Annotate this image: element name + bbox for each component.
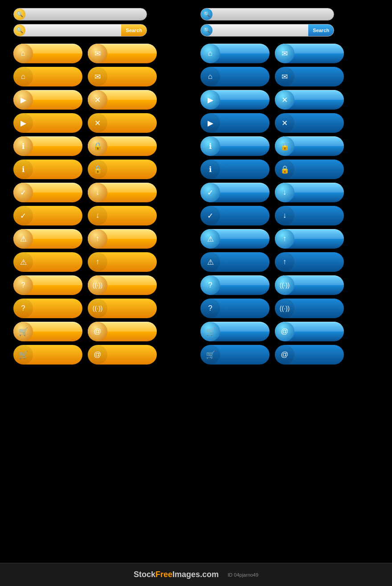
blue-search-section: 🔍 🔍 Search: [200, 8, 379, 37]
mail-icon: ✉: [275, 67, 294, 86]
blue-warning-btn-raised[interactable]: ⚠: [200, 229, 270, 249]
blue-search-bar-flat[interactable]: 🔍 Search: [200, 24, 334, 37]
blue-search-bar-raised[interactable]: 🔍: [200, 8, 334, 20]
yellow-info-btn-raised[interactable]: ℹ: [13, 136, 82, 156]
yellow-arrowup-btn-raised[interactable]: ↑: [88, 229, 157, 249]
blue-search-input-flat[interactable]: [212, 25, 308, 36]
lock-icon: 🔒: [275, 136, 294, 156]
blue-lock-btn-raised[interactable]: 🔒: [275, 136, 344, 156]
yellow-close-btn-flat[interactable]: ✕: [88, 113, 157, 133]
yellow-search-button[interactable]: Search: [121, 25, 147, 36]
yellow-close-btn-raised[interactable]: ✕: [88, 90, 157, 110]
yellow-at-btn-flat[interactable]: @: [88, 345, 157, 365]
blue-at-btn-flat[interactable]: @: [275, 345, 344, 365]
blue-question-btn-raised[interactable]: ?: [200, 275, 270, 295]
blue-row-8: ✓ ↓: [200, 206, 379, 225]
blue-play-btn-raised[interactable]: ▶: [200, 90, 270, 110]
blue-column: 🔍 🔍 Search ⌂ ✉ ⌂: [200, 8, 379, 558]
blue-row-3: ▶ ✕: [200, 90, 379, 110]
blue-at-btn-raised[interactable]: @: [275, 322, 344, 341]
blue-check-btn-flat[interactable]: ✓: [200, 206, 270, 225]
yellow-cart-btn-flat[interactable]: 🛒: [13, 345, 82, 365]
check-icon: ✓: [200, 183, 220, 202]
main-content: 🔍 🔍 Search ⌂ ✉ ⌂: [0, 0, 392, 563]
question-icon: ?: [200, 275, 220, 295]
yellow-play-btn-raised[interactable]: ▶: [13, 90, 82, 110]
yellow-cart-btn-raised[interactable]: 🛒: [13, 322, 82, 341]
yellow-check-btn-flat[interactable]: ✓: [13, 206, 82, 225]
blue-mail-btn-flat[interactable]: ✉: [275, 67, 344, 86]
yellow-question-btn-raised[interactable]: ?: [13, 275, 82, 295]
rss-icon: ((·)): [88, 275, 107, 295]
home-icon: ⌂: [13, 67, 33, 86]
blue-lock-btn-flat[interactable]: 🔒: [275, 160, 344, 179]
play-icon: ▶: [200, 90, 220, 110]
yellow-row-2: ⌂ ✉: [13, 67, 192, 86]
arrow-up-icon: ↑: [88, 252, 107, 272]
yellow-rss-btn-raised[interactable]: ((·)): [88, 275, 157, 295]
rss-icon: ((·)): [275, 299, 294, 318]
blue-arrowup-btn-raised[interactable]: ↑: [275, 229, 344, 249]
blue-home-btn-raised[interactable]: ⌂: [200, 44, 270, 63]
blue-search-input-raised[interactable]: [212, 8, 334, 20]
arrow-up-icon: ↑: [275, 252, 294, 272]
yellow-arrowdown-btn-raised[interactable]: ↓: [88, 183, 157, 202]
blue-cart-btn-raised[interactable]: 🛒: [200, 322, 270, 341]
yellow-home-btn-flat[interactable]: ⌂: [13, 67, 82, 86]
at-icon: @: [88, 322, 107, 341]
yellow-search-bar-raised[interactable]: 🔍: [13, 8, 147, 20]
yellow-search-input-raised[interactable]: [25, 8, 147, 20]
blue-row-13: 🛒 @: [200, 322, 379, 341]
yellow-arrowdown-btn-flat[interactable]: ↓: [88, 206, 157, 225]
blue-arrowup-btn-flat[interactable]: ↑: [275, 252, 344, 272]
yellow-rss-btn-flat[interactable]: ((·)): [88, 299, 157, 318]
blue-home-btn-flat[interactable]: ⌂: [200, 67, 270, 86]
yellow-column: 🔍 🔍 Search ⌂ ✉ ⌂: [13, 8, 192, 558]
blue-rss-btn-flat[interactable]: ((·)): [275, 299, 344, 318]
blue-row-11: ? ((·)): [200, 275, 379, 295]
yellow-lock-btn-flat[interactable]: 🔒: [88, 160, 157, 179]
blue-mail-btn-raised[interactable]: ✉: [275, 44, 344, 63]
blue-check-btn-raised[interactable]: ✓: [200, 183, 270, 202]
yellow-search-bar-flat[interactable]: 🔍 Search: [13, 24, 147, 37]
yellow-row-6: ℹ 🔒: [13, 160, 192, 179]
yellow-row-3: ▶ ✕: [13, 90, 192, 110]
play-icon: ▶: [200, 113, 220, 133]
yellow-arrowup-btn-flat[interactable]: ↑: [88, 252, 157, 272]
rss-icon: ((·)): [88, 299, 107, 318]
yellow-lock-btn-raised[interactable]: 🔒: [88, 136, 157, 156]
info-icon: ℹ: [13, 160, 33, 179]
yellow-home-btn-raised[interactable]: ⌂: [13, 44, 82, 63]
blue-cart-btn-flat[interactable]: 🛒: [200, 345, 270, 365]
blue-rss-btn-raised[interactable]: ((·)): [275, 275, 344, 295]
blue-arrowdown-btn-raised[interactable]: ↓: [275, 183, 344, 202]
blue-question-btn-flat[interactable]: ?: [200, 299, 270, 318]
info-icon: ℹ: [200, 136, 220, 156]
blue-arrowdown-btn-flat[interactable]: ↓: [275, 206, 344, 225]
yellow-warning-btn-raised[interactable]: ⚠: [13, 229, 82, 249]
yellow-at-btn-raised[interactable]: @: [88, 322, 157, 341]
yellow-info-btn-flat[interactable]: ℹ: [13, 160, 82, 179]
yellow-search-input-flat[interactable]: [25, 25, 121, 36]
yellow-question-btn-flat[interactable]: ?: [13, 299, 82, 318]
blue-info-btn-flat[interactable]: ℹ: [200, 160, 270, 179]
blue-info-btn-raised[interactable]: ℹ: [200, 136, 270, 156]
question-icon: ?: [200, 299, 220, 318]
blue-close-btn-raised[interactable]: ✕: [275, 90, 344, 110]
blue-search-button[interactable]: Search: [308, 25, 334, 36]
close-icon: ✕: [88, 113, 107, 133]
yellow-mail-btn-raised[interactable]: ✉: [88, 44, 157, 63]
blue-row-5: ℹ 🔒: [200, 136, 379, 156]
yellow-mail-btn-flat[interactable]: ✉: [88, 67, 157, 86]
arrow-down-icon: ↓: [275, 183, 294, 202]
yellow-warning-btn-flat[interactable]: ⚠: [13, 252, 82, 272]
yellow-check-btn-raised[interactable]: ✓: [13, 183, 82, 202]
blue-close-btn-flat[interactable]: ✕: [275, 113, 344, 133]
warning-icon: ⚠: [200, 229, 220, 249]
yellow-row-13: 🛒 @: [13, 322, 192, 341]
blue-warning-btn-flat[interactable]: ⚠: [200, 252, 270, 272]
yellow-play-btn-flat[interactable]: ▶: [13, 113, 82, 133]
yellow-row-1: ⌂ ✉: [13, 44, 192, 63]
yellow-row-14: 🛒 @: [13, 345, 192, 365]
blue-play-btn-flat[interactable]: ▶: [200, 113, 270, 133]
